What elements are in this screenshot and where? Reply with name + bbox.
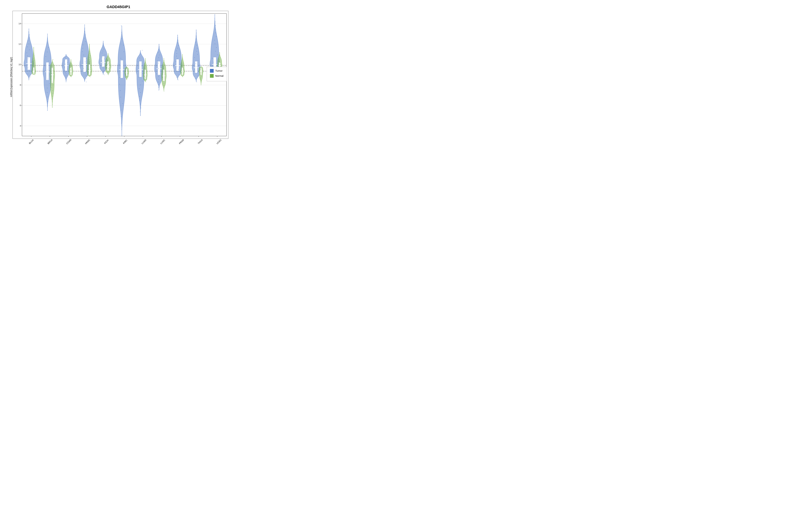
data-dot [164,68,164,68]
data-dot [183,74,183,74]
data-dot [194,57,195,58]
data-dot [70,69,71,70]
data-dot [219,60,219,61]
data-dot [176,53,177,54]
data-dot [53,84,54,85]
data-dot [108,57,108,57]
data-dot [85,61,85,62]
data-dot [177,43,177,43]
data-dot [83,45,83,45]
data-dot [103,45,103,45]
data-dot [121,129,122,130]
data-dot [49,61,49,61]
data-dot [48,47,49,48]
data-dot [214,40,215,40]
data-dot [28,73,28,74]
data-dot [178,40,178,40]
data-dot [162,77,163,78]
data-dot [220,62,220,63]
data-dot [145,61,146,61]
data-dot [194,69,195,70]
data-dot [176,56,177,56]
data-dot [48,78,48,79]
data-dot [164,83,164,83]
data-dot [90,67,91,67]
data-dot [182,72,182,73]
data-dot [66,75,66,75]
data-dot [47,92,48,93]
data-dot [71,66,72,67]
data-dot [126,79,127,79]
data-dot [26,70,27,71]
violin-shape [117,26,126,136]
data-dot [34,53,34,54]
legend: Tumor Normal [207,67,227,81]
data-dot [121,38,122,39]
data-dot [126,66,127,67]
data-dot [140,92,141,93]
data-dot [158,52,158,52]
data-dot [47,110,48,111]
data-dot [85,24,85,25]
data-dot [33,61,33,62]
data-dot [220,64,220,65]
data-dot [34,49,34,49]
data-dot [125,74,126,74]
iqr-box [182,68,183,75]
data-dot [103,43,103,43]
data-dot [84,68,84,69]
data-dot [120,58,121,58]
data-dot [197,54,198,55]
data-dot [160,65,160,66]
data-dot [201,72,201,72]
data-dot [122,103,123,104]
data-dot [90,65,91,65]
data-dot [109,62,109,62]
data-dot [51,76,51,76]
data-dot [102,53,102,53]
data-dot [143,73,143,73]
data-dot [70,72,71,73]
data-dot [33,57,34,57]
data-dot [201,66,202,67]
data-dot [182,54,183,55]
data-dot [158,76,159,77]
data-dot [83,48,83,49]
data-dot [28,41,28,41]
data-dot [53,59,53,60]
data-dot [82,65,83,65]
data-dot [106,66,107,66]
data-dot [183,62,183,62]
data-dot [85,41,86,42]
data-dot [198,60,198,61]
iqr-box [65,59,67,70]
data-dot [217,55,218,55]
iqr-box [46,62,49,80]
data-dot [34,50,34,51]
data-dot [27,56,28,56]
data-dot [182,58,183,58]
data-dot [216,36,216,37]
legend-item-normal: Normal [210,74,223,78]
data-dot [138,77,139,77]
data-dot [214,18,215,18]
legend-label-tumor: Tumor [215,69,222,72]
data-dot [70,67,70,68]
data-dot [177,58,177,59]
data-dot [201,67,201,68]
data-dot [48,101,48,102]
data-dot [182,59,183,60]
data-dot [35,71,35,72]
data-dot [52,96,53,96]
data-dot [164,85,164,86]
legend-box-normal [210,74,214,78]
data-dot [104,59,105,59]
data-dot [201,83,201,84]
data-dot [164,89,164,90]
iqr-box [107,61,109,70]
data-dot [197,48,198,48]
data-dot [70,73,71,74]
data-dot [33,73,34,73]
data-dot [164,60,164,60]
data-dot [89,48,90,48]
